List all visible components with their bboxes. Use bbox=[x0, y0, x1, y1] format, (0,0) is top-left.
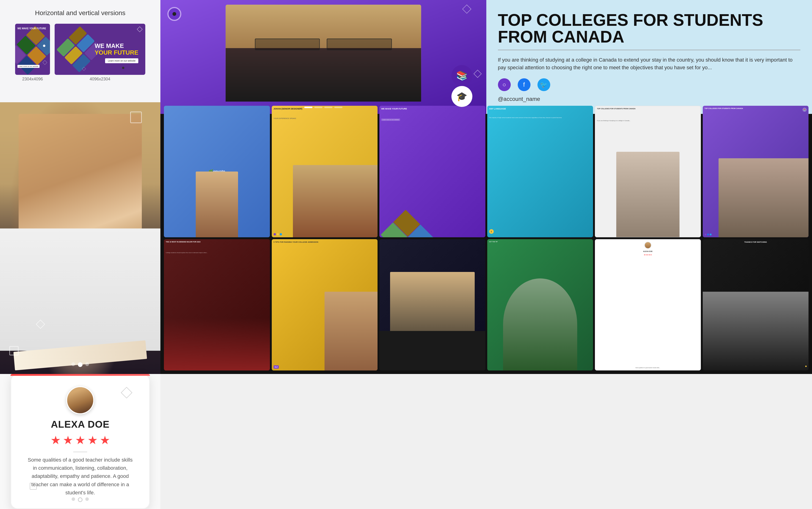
social-icon-circle: ○ bbox=[498, 78, 511, 91]
star-4: ★ bbox=[88, 434, 98, 447]
thumb-1: 🌿envato bbox=[164, 106, 270, 237]
review-card: ALEXA DOE ★ ★ ★ ★ ★ Some qualities of a … bbox=[10, 374, 150, 509]
learn-btn: Learn more on our website bbox=[105, 58, 138, 63]
info-panel: TOP COLLEGES FOR STUDENTS FROM CANADA If… bbox=[486, 0, 812, 114]
person-face bbox=[226, 5, 421, 102]
thumb-12: THANKS FOR WATCHING bbox=[703, 239, 809, 371]
thumb-10: GET THE TIP bbox=[487, 239, 593, 371]
description: If you are thinking of studying at a col… bbox=[498, 56, 801, 71]
avatar-image bbox=[67, 387, 93, 413]
review-text: Some qualities of a good teacher include… bbox=[25, 456, 135, 497]
thumb-6: TOP COLLEGES FOR STUDENTS FROM CANADA 📚 bbox=[703, 106, 809, 237]
person-background bbox=[160, 0, 486, 114]
social-icons: ○ f 🐦 bbox=[498, 78, 801, 91]
thumb-5: TOP COLLEGES FOR STUDENTS FROM CANADA If… bbox=[595, 106, 701, 237]
star-3: ★ bbox=[75, 434, 86, 447]
star-rating: ★ ★ ★ ★ ★ bbox=[25, 434, 135, 447]
thumb-7: THE 10 MOST IN-DEMAND MAJOR FOR 2023 Col… bbox=[164, 239, 270, 371]
versions-row: WE MAKE YOUR FUTURE Learn more on our we… bbox=[15, 24, 145, 81]
thumbnail-grid: 🌿envato JOHAN (SENIOR DESIGNER) YOUR EXP… bbox=[160, 102, 812, 374]
white-dot bbox=[43, 45, 45, 47]
vertical-dimensions: 2304x4096 bbox=[22, 77, 43, 81]
horizontal-dimensions: 4096x2304 bbox=[90, 77, 110, 81]
horizontal-card: WE MAKE YOUR FUTURE Learn more on our we… bbox=[55, 24, 145, 75]
thumb-8: 9 TIPS FOR RAISING YOUR COLLEGE ADMISSIO… bbox=[272, 239, 378, 371]
person-clothes bbox=[0, 229, 160, 351]
thumb-9 bbox=[379, 239, 485, 371]
version-card-vertical: WE MAKE YOUR FUTURE Learn more on our we… bbox=[15, 24, 50, 81]
vertical-card: WE MAKE YOUR FUTURE Learn more on our we… bbox=[15, 24, 50, 75]
deco-square-tr bbox=[130, 111, 142, 123]
reviewer-name: ALEXA DOE bbox=[25, 419, 135, 430]
deco-square-card bbox=[30, 483, 37, 490]
progress-bar bbox=[304, 107, 342, 108]
bottom-middle-panel: ALEXA DOE ★ ★ ★ ★ ★ Some qualities of a … bbox=[0, 374, 160, 509]
thumb-11: ALEXA DOE ★★★★★ Some qualities of a good… bbox=[595, 239, 701, 371]
versions-title: Horizontal and vertical versions bbox=[35, 9, 125, 17]
review-sep bbox=[73, 451, 87, 452]
reviewer-avatar bbox=[66, 386, 94, 414]
book-icon-circle: 📚 bbox=[451, 65, 472, 86]
facebook-icon: f bbox=[518, 78, 531, 91]
purple-dot bbox=[167, 7, 181, 21]
top-left-panel: Horizontal and vertical versions WE MAKE… bbox=[0, 0, 160, 102]
version-card-horizontal: WE MAKE YOUR FUTURE Learn more on our we… bbox=[55, 24, 145, 81]
deco-diamond-card bbox=[121, 387, 132, 398]
horizontal-tagline: WE MAKE YOUR FUTURE bbox=[95, 42, 138, 56]
main-heading: TOP COLLEGES FOR STUDENTS FROM CANADA bbox=[498, 12, 801, 45]
star-5: ★ bbox=[100, 434, 110, 447]
card-tagline: WE MAKE YOUR FUTURE bbox=[18, 27, 46, 30]
account-name: @account_name bbox=[498, 96, 801, 102]
top-right-panel: 📚 🎓 TOP COLLEGES FOR STUDENTS FROM CANAD… bbox=[160, 0, 812, 102]
thumb-2: JOHAN (SENIOR DESIGNER) YOUR EXPERIENCE … bbox=[272, 106, 378, 237]
circle-dot bbox=[122, 67, 124, 69]
star-1: ★ bbox=[50, 434, 61, 447]
star-2: ★ bbox=[63, 434, 73, 447]
thumb-3: WE MAKE YOUR FUTURE Learn more on our we… bbox=[379, 106, 485, 237]
purple-person-panel: 📚 🎓 bbox=[160, 0, 486, 114]
progress-indicator bbox=[71, 362, 89, 367]
bottom-left-panel bbox=[0, 102, 160, 374]
deco-shape bbox=[137, 26, 142, 32]
separator bbox=[498, 50, 801, 50]
twitter-icon: 🐦 bbox=[537, 78, 550, 91]
card-progress bbox=[72, 497, 89, 502]
deco-square-bl bbox=[9, 346, 19, 355]
thumb-4: ANY LANGUAGE The majority of high school… bbox=[487, 106, 593, 237]
grad-icon-circle: 🎓 bbox=[451, 86, 472, 107]
